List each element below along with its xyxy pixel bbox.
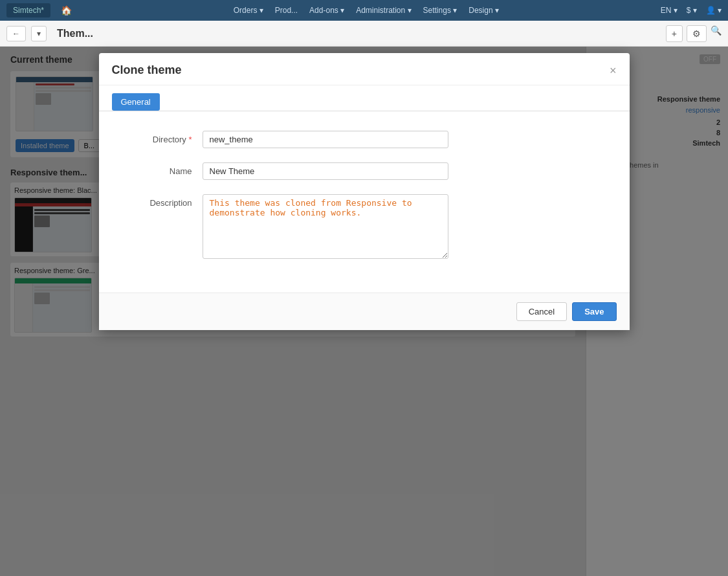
description-field-row: Description [125,194,604,259]
nav-settings[interactable]: Settings ▾ [423,6,458,15]
description-textarea[interactable] [203,194,448,259]
save-button[interactable]: Save [572,302,616,321]
modal-close-button[interactable]: × [610,65,617,76]
dropdown-button[interactable]: ▾ [31,26,47,41]
top-nav: Orders ▾ Prod... Add-ons ▾ Administratio… [76,6,657,15]
settings-button[interactable]: ⚙ [687,25,707,42]
modal-tabs: General [99,85,630,111]
language-selector[interactable]: EN ▾ [661,6,678,15]
home-icon[interactable]: 🏠 [61,5,72,16]
nav-products[interactable]: Prod... [275,6,298,15]
subbar: ← ▾ Them... + ⚙ 🔍 [0,21,728,47]
topbar: Simtech* 🏠 Orders ▾ Prod... Add-ons ▾ Ad… [0,0,728,21]
currency-selector[interactable]: $ ▾ [687,6,697,15]
page-title: Them... [57,28,93,39]
brand-logo[interactable]: Simtech* [6,3,50,17]
directory-label: Directory [125,131,203,144]
modal-footer: Cancel Save [99,293,630,330]
name-input[interactable] [203,162,448,180]
modal-overlay: Clone theme × General Directory Name [0,47,728,576]
modal-body: Directory Name Description [99,111,630,293]
modal-header: Clone theme × [99,53,630,85]
tab-general[interactable]: General [112,93,160,111]
cancel-button[interactable]: Cancel [516,302,567,321]
search-icon[interactable]: 🔍 [711,25,722,42]
user-menu[interactable]: 👤 ▾ [706,6,722,15]
page-background: Current theme Installed [0,47,728,576]
add-button[interactable]: + [666,25,683,42]
subbar-actions: + ⚙ 🔍 [666,25,722,42]
topbar-right: EN ▾ $ ▾ 👤 ▾ [661,6,722,15]
name-label: Name [125,162,203,176]
back-button[interactable]: ← [6,26,26,41]
nav-design[interactable]: Design ▾ [469,6,499,15]
directory-field-row: Directory [125,131,604,148]
directory-input[interactable] [203,131,448,148]
nav-orders[interactable]: Orders ▾ [234,6,263,15]
clone-theme-modal: Clone theme × General Directory Name [99,53,630,330]
nav-addons[interactable]: Add-ons ▾ [309,6,344,15]
nav-admin[interactable]: Administration ▾ [356,6,411,15]
name-field-row: Name [125,162,604,180]
description-label: Description [125,194,203,208]
modal-title: Clone theme [112,63,182,77]
